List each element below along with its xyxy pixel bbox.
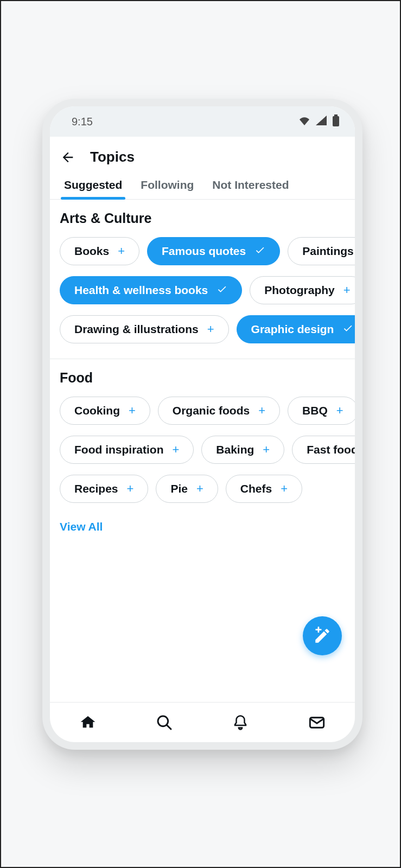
plus-icon: + bbox=[343, 283, 351, 297]
chip-row[interactable]: Drawing & illustrations + Graphic design bbox=[50, 310, 355, 349]
arrow-left-icon bbox=[60, 150, 75, 165]
chip-label: Chefs bbox=[240, 482, 272, 495]
topic-chip-pie[interactable]: Pie + bbox=[156, 475, 218, 503]
search-icon bbox=[156, 714, 173, 731]
nav-notifications[interactable] bbox=[231, 713, 250, 732]
chip-label: Cooking bbox=[74, 404, 120, 417]
svg-rect-0 bbox=[334, 114, 338, 116]
phone-screen: 9:15 Topics bbox=[50, 106, 355, 742]
chip-label: Food inspiration bbox=[74, 443, 163, 456]
content-scroll[interactable]: Arts & Culture Books + Famous quotes bbox=[50, 200, 355, 702]
topic-chip-photography[interactable]: Photography + bbox=[250, 276, 355, 304]
nav-messages[interactable] bbox=[307, 713, 327, 732]
tab-following[interactable]: Following bbox=[133, 173, 201, 199]
plus-icon: + bbox=[263, 443, 270, 457]
topic-chip-baking[interactable]: Baking + bbox=[201, 436, 284, 464]
tab-label: Following bbox=[141, 178, 194, 191]
tab-label: Not Interested bbox=[212, 178, 289, 191]
mail-icon bbox=[308, 714, 326, 731]
battery-icon bbox=[332, 114, 340, 129]
home-icon bbox=[79, 714, 97, 731]
chip-label: Baking bbox=[216, 443, 254, 456]
plus-icon: + bbox=[207, 322, 214, 336]
topic-chip-organic-foods[interactable]: Organic foods + bbox=[158, 397, 280, 425]
plus-icon: + bbox=[281, 482, 288, 496]
status-time: 9:15 bbox=[72, 116, 93, 128]
chip-label: Health & wellness books bbox=[74, 284, 208, 297]
chip-label: Famous quotes bbox=[162, 245, 246, 258]
topic-chip-fast-food[interactable]: Fast food + bbox=[292, 436, 355, 464]
topic-chip-drawing-illustrations[interactable]: Drawing & illustrations + bbox=[60, 315, 229, 343]
chip-label: Photography bbox=[264, 284, 335, 297]
plus-icon: + bbox=[129, 404, 136, 418]
wifi-icon bbox=[298, 116, 310, 128]
topic-chip-recipes[interactable]: Recipes + bbox=[60, 475, 148, 503]
topic-section: Food Cooking + Organic foods + BBQ + bbox=[50, 359, 355, 548]
chip-label: BBQ bbox=[302, 404, 328, 417]
chip-row[interactable]: Cooking + Organic foods + BBQ + bbox=[50, 391, 355, 430]
plus-icon: + bbox=[258, 404, 265, 418]
page-header: Topics bbox=[50, 137, 355, 173]
chip-label: Organic foods bbox=[173, 404, 250, 417]
topic-chip-cooking[interactable]: Cooking + bbox=[60, 397, 150, 425]
chip-row[interactable]: Food inspiration + Baking + Fast food + bbox=[50, 430, 355, 469]
bottom-nav bbox=[50, 702, 355, 742]
status-icons bbox=[298, 114, 340, 129]
back-button[interactable] bbox=[60, 149, 76, 165]
cell-signal-icon bbox=[316, 116, 327, 128]
check-icon bbox=[217, 284, 227, 297]
chip-label: Fast food bbox=[307, 443, 355, 456]
topic-chip-books[interactable]: Books + bbox=[60, 237, 139, 265]
plus-icon: + bbox=[172, 443, 179, 457]
chip-label: Books bbox=[74, 245, 109, 258]
chip-row[interactable]: Health & wellness books Photography + bbox=[50, 271, 355, 310]
section-title: Food bbox=[50, 370, 355, 391]
plus-icon: + bbox=[196, 482, 203, 496]
chip-label: Graphic design bbox=[251, 323, 334, 336]
topic-section: Arts & Culture Books + Famous quotes bbox=[50, 200, 355, 359]
nav-home[interactable] bbox=[78, 713, 98, 732]
topic-chip-famous-quotes[interactable]: Famous quotes bbox=[147, 237, 280, 265]
topic-chip-bbq[interactable]: BBQ + bbox=[288, 397, 355, 425]
compose-fab[interactable] bbox=[303, 616, 342, 655]
tabs: Suggested Following Not Interested bbox=[50, 173, 355, 200]
check-icon bbox=[254, 245, 265, 258]
tab-not-interested[interactable]: Not Interested bbox=[205, 173, 296, 199]
section-title: Arts & Culture bbox=[50, 210, 355, 232]
chip-label: Recipes bbox=[74, 482, 118, 495]
chip-label: Pie bbox=[170, 482, 188, 495]
status-bar: 9:15 bbox=[50, 106, 355, 137]
plus-icon: + bbox=[118, 244, 125, 258]
svg-line-5 bbox=[167, 725, 170, 729]
bell-icon bbox=[232, 714, 249, 731]
topic-chip-food-inspiration[interactable]: Food inspiration + bbox=[60, 436, 194, 464]
svg-rect-1 bbox=[333, 116, 339, 126]
tab-label: Suggested bbox=[64, 178, 122, 191]
chip-row[interactable]: Books + Famous quotes Paintings + bbox=[50, 232, 355, 271]
compose-icon bbox=[313, 627, 332, 645]
nav-search[interactable] bbox=[155, 713, 174, 732]
plus-icon: + bbox=[336, 404, 343, 418]
phone-frame: 9:15 Topics bbox=[42, 99, 362, 750]
page-title: Topics bbox=[90, 149, 135, 165]
check-icon bbox=[342, 323, 353, 336]
chip-row[interactable]: Recipes + Pie + Chefs + bbox=[50, 469, 355, 508]
tab-suggested[interactable]: Suggested bbox=[56, 173, 130, 199]
chip-label: Paintings bbox=[302, 245, 354, 258]
plus-icon: + bbox=[127, 482, 134, 496]
topic-chip-health-wellness-books[interactable]: Health & wellness books bbox=[60, 276, 242, 304]
topic-chip-graphic-design[interactable]: Graphic design bbox=[237, 315, 355, 343]
topic-chip-paintings[interactable]: Paintings + bbox=[288, 237, 355, 265]
topic-chip-chefs[interactable]: Chefs + bbox=[226, 475, 302, 503]
view-all-link[interactable]: View All bbox=[50, 508, 355, 539]
chip-label: Drawing & illustrations bbox=[74, 323, 199, 336]
